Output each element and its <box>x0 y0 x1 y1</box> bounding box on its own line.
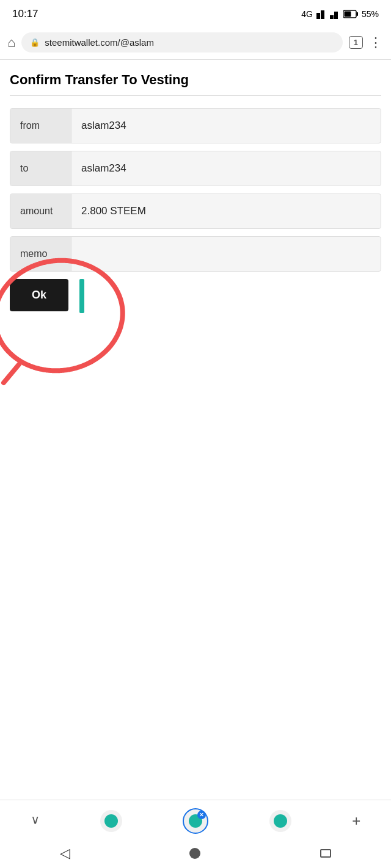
address-text: steemitwallet.com/@aslam <box>45 37 154 48</box>
back-button[interactable]: ◁ <box>60 845 70 861</box>
battery-percentage: 55% <box>362 9 379 19</box>
to-label: to <box>10 151 71 186</box>
lock-icon: 🔒 <box>30 38 40 47</box>
from-row: from aslam234 <box>10 108 381 143</box>
amount-row: amount 2.800 STEEM <box>10 193 381 229</box>
to-row: to aslam234 <box>10 151 381 186</box>
battery-icon <box>343 10 358 18</box>
amount-label: amount <box>10 194 71 228</box>
page-title: Confirm Transfer To Vesting <box>10 72 381 96</box>
svg-line-8 <box>4 364 19 383</box>
from-label: from <box>10 109 71 143</box>
svg-marker-3 <box>334 12 338 19</box>
svg-marker-1 <box>321 10 324 19</box>
more-menu-button[interactable]: ⋮ <box>369 36 384 49</box>
network-indicator: 4G <box>301 9 313 19</box>
recents-button[interactable] <box>320 849 331 858</box>
close-icon: ✕ <box>199 812 204 818</box>
tab-icon-3[interactable] <box>269 810 291 832</box>
home-button-sys[interactable] <box>189 848 200 859</box>
tab-count-button[interactable]: 1 <box>349 36 363 49</box>
signal-icon <box>316 9 326 19</box>
status-time: 10:17 <box>12 8 38 20</box>
memo-value <box>71 237 381 271</box>
tab-icon-1[interactable] <box>100 810 122 832</box>
svg-marker-0 <box>316 13 320 19</box>
teal-accent <box>79 279 84 313</box>
svg-rect-5 <box>356 12 358 16</box>
buttons-area: Ok <box>10 279 381 313</box>
ok-button[interactable]: Ok <box>10 279 68 311</box>
page-content: Confirm Transfer To Vesting from aslam23… <box>0 60 391 569</box>
amount-value: 2.800 STEEM <box>71 194 381 228</box>
signal-icon-2 <box>330 9 340 19</box>
annotation-circle <box>0 251 144 392</box>
status-icons: 4G 55% <box>301 9 379 19</box>
bottom-nav: ∧ ✕ + <box>0 800 391 839</box>
memo-label: memo <box>10 237 71 271</box>
home-button[interactable]: ⌂ <box>7 35 15 51</box>
new-tab-button[interactable]: + <box>352 812 360 830</box>
memo-row: memo <box>10 236 381 272</box>
status-bar: 10:17 4G 55% <box>0 0 391 26</box>
system-nav: ◁ <box>0 839 391 868</box>
browser-bar: ⌂ 🔒 steemitwallet.com/@aslam 1 ⋮ <box>0 26 391 60</box>
scroll-up-button[interactable]: ∧ <box>31 814 40 828</box>
tab-icon-2-active[interactable]: ✕ <box>183 808 208 834</box>
svg-marker-2 <box>330 15 334 19</box>
from-value: aslam234 <box>71 109 381 143</box>
tab-close-badge[interactable]: ✕ <box>197 811 206 819</box>
svg-rect-6 <box>344 12 351 17</box>
ok-button-wrapper: Ok <box>10 279 68 313</box>
to-value: aslam234 <box>71 151 381 186</box>
address-bar[interactable]: 🔒 steemitwallet.com/@aslam <box>21 32 342 52</box>
